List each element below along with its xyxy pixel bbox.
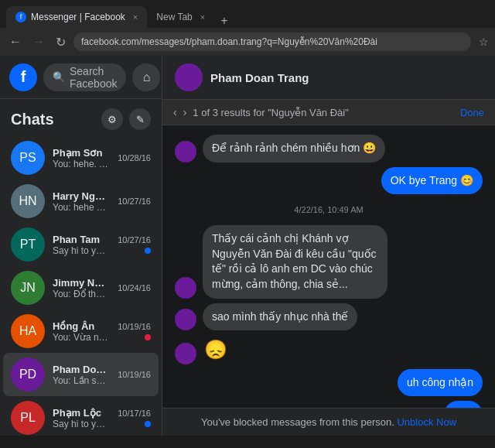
blocked-text: You've blocked messages from this person…: [201, 416, 394, 428]
chat-meta-0: 10/28/16: [118, 153, 151, 162]
msg-bubble-4: sao mình thấy nhục nhà thế: [203, 303, 357, 331]
chat-info-1: Harry Nguyen You: hehe THẰNG AI ...: [53, 190, 110, 213]
chat-item-5[interactable]: PD Pham Doan Trang You: Lần sau có chat …: [3, 353, 159, 396]
chat-item-2[interactable]: PT Phan Tam Say hi to your new ... 10/27…: [3, 223, 159, 266]
app: f 🔍 Search Facebook ⌂ 👥 9 🏪 👤 6: [0, 56, 495, 436]
msg-bubble-6: uh công nhận: [398, 369, 483, 397]
chat-preview-4: You: Vừa nhắn máy L...: [53, 332, 110, 343]
search-done-button[interactable]: Done: [460, 107, 484, 118]
sidebar-title: Chats: [11, 111, 54, 128]
chat-info-0: Phạm Sơn You: hehe. Anh biết ...: [53, 147, 110, 169]
avatar-phan-tam: PT: [11, 227, 45, 262]
tab-close-newtab[interactable]: ×: [200, 12, 205, 22]
sidebar: f 🔍 Search Facebook ⌂ 👥 9 🏪 👤 6: [0, 56, 162, 436]
nav-bar: ← → ↻ facebook.com/messages/t/pham.doan.…: [0, 28, 495, 56]
chat-time-0: 10/28/16: [118, 153, 151, 162]
tab-newtab[interactable]: New Tab ×: [147, 6, 214, 28]
chat-meta-5: 10/19/16: [118, 370, 151, 379]
msg-row-4: sao mình thấy nhục nhà thế: [175, 303, 483, 331]
chat-time-2: 10/27/16: [118, 235, 151, 245]
chat-header: Pham Doan Trang: [162, 56, 495, 100]
refresh-button[interactable]: ↻: [53, 33, 69, 51]
forward-button[interactable]: →: [29, 33, 48, 50]
chat-info-5: Pham Doan Trang You: Lần sau có chat ...: [53, 364, 110, 386]
msg-bubble-5: 😞: [203, 335, 229, 364]
sidebar-header: Chats ⚙ ✎: [0, 99, 162, 136]
chat-time-6: 10/17/16: [118, 409, 151, 418]
edit-button[interactable]: ✎: [129, 108, 151, 130]
search-next-button[interactable]: ›: [183, 106, 187, 118]
search-results-text: 1 of 3 results for "Nguyễn Văn Đài": [193, 107, 454, 118]
address-bar[interactable]: facebook.com/messages/t/pham.doan.trang?…: [73, 32, 471, 51]
sidebar-header-icons: ⚙ ✎: [101, 108, 151, 130]
fb-header-icons: ⌂ 👥 9 🏪 👤 6 ▦: [132, 63, 162, 91]
chat-header-name: Pham Doan Trang: [210, 71, 309, 84]
blocked-bar: You've blocked messages from this person…: [162, 408, 495, 436]
chat-info-6: Phạm Lộc Say hi to your new ...: [53, 407, 110, 429]
tab-messenger[interactable]: f Messenger | Facebook ×: [6, 6, 147, 28]
avatar-jimmy: JN: [11, 271, 45, 305]
avatar-pham-doan-trang: PD: [11, 357, 45, 392]
home-icon: ⌂: [143, 70, 151, 84]
browser-chrome: f Messenger | Facebook × New Tab × + ← →…: [0, 0, 495, 56]
address-text: facebook.com/messages/t/pham.doan.trang?…: [81, 36, 377, 47]
chat-item-1[interactable]: HN Harry Nguyen You: hehe THẰNG AI ... 1…: [3, 180, 159, 223]
chat-preview-1: You: hehe THẰNG AI ...: [53, 202, 110, 213]
chat-preview-6: Say hi to your new ...: [53, 419, 110, 429]
chat-meta-3: 10/24/16: [118, 283, 151, 292]
search-results-bar: ‹ › 1 of 3 results for "Nguyễn Văn Đài" …: [162, 100, 495, 125]
chat-item-4[interactable]: HA Hồng Ân You: Vừa nhắn máy L... 10/19/…: [3, 309, 159, 353]
unread-dot-2: [145, 248, 151, 254]
tab-favicon-messenger: f: [15, 12, 26, 22]
chat-name-0: Phạm Sơn: [53, 147, 110, 159]
chat-info-4: Hồng Ân You: Vừa nhắn máy L...: [53, 320, 110, 343]
avatar-pham-loc: PL: [11, 401, 45, 435]
chat-name-3: Jimmy Nguyen: [53, 277, 110, 289]
chat-time-3: 10/24/16: [118, 283, 151, 292]
messages-area: Để rảnh rảnh chém nhiều hơn 😀 OK bye Tra…: [162, 125, 495, 408]
tab-close-messenger[interactable]: ×: [133, 12, 138, 22]
chat-meta-1: 10/27/16: [118, 197, 151, 206]
unread-dot-4: [145, 334, 151, 340]
msg-avatar-1: [175, 141, 196, 162]
chat-info-3: Jimmy Nguyen You: Đổ thằng cò và ...: [53, 277, 110, 299]
chat-header-avatar: [175, 63, 203, 91]
chat-item-6[interactable]: PL Phạm Lộc Say hi to your new ... 10/17…: [3, 396, 159, 436]
chat-time-4: 10/19/16: [118, 322, 151, 331]
msg-row-6: uh công nhận: [175, 369, 483, 397]
msg-row-3: Thấy cái cảnh chị Khánh vợ Nguyễn Văn Đà…: [175, 225, 483, 298]
msg-bubble-2: OK bye Trang 😊: [381, 167, 483, 195]
chat-item-3[interactable]: JN Jimmy Nguyen You: Đổ thằng cò và ... …: [3, 266, 159, 309]
chat-name-5: Pham Doan Trang: [53, 364, 110, 375]
new-tab-button[interactable]: +: [220, 14, 227, 28]
chat-meta-6: 10/17/16: [118, 409, 151, 427]
chat-preview-2: Say hi to your new ...: [53, 245, 110, 256]
msg-bubble-1: Để rảnh rảnh chém nhiều hơn 😀: [203, 135, 385, 162]
chat-item-0[interactable]: PS Phạm Sơn You: hehe. Anh biết ... 10/2…: [3, 136, 159, 180]
tab-bar: f Messenger | Facebook × New Tab × +: [0, 0, 495, 28]
msg-avatar-5: [175, 343, 196, 364]
tab-label-messenger: Messenger | Facebook: [31, 12, 125, 22]
avatar-harry: HN: [11, 184, 45, 218]
chat-preview-5: You: Lần sau có chat ...: [53, 375, 110, 386]
back-button[interactable]: ←: [6, 33, 25, 50]
chat-name-2: Phan Tam: [53, 234, 110, 245]
home-icon-btn[interactable]: ⌂: [132, 63, 160, 91]
msg-row-1: Để rảnh rảnh chém nhiều hơn 😀: [175, 135, 483, 162]
fb-logo: f: [9, 63, 37, 91]
unblock-button[interactable]: Unblock Now: [397, 416, 456, 428]
msg-row-2: OK bye Trang 😊: [175, 167, 483, 195]
settings-button[interactable]: ⚙: [101, 108, 123, 130]
avatar-pham-son: PS: [11, 141, 45, 175]
msg-bubble-3: Thấy cái cảnh chị Khánh vợ Nguyễn Văn Đà…: [203, 225, 387, 298]
chat-time-5: 10/19/16: [118, 370, 151, 379]
search-box[interactable]: 🔍 Search Facebook: [43, 63, 126, 91]
bookmark-button[interactable]: ☆: [479, 36, 489, 48]
search-prev-button[interactable]: ‹: [173, 106, 177, 118]
unread-dot-6: [145, 421, 151, 427]
chat-preview-3: You: Đổ thằng cò và ...: [53, 289, 110, 299]
tab-label-newtab: New Tab: [156, 12, 192, 22]
chat-name-6: Phạm Lộc: [53, 407, 110, 419]
msg-bubble-7: haiz: [444, 401, 483, 408]
avatar-hong-an: HA: [11, 314, 45, 348]
